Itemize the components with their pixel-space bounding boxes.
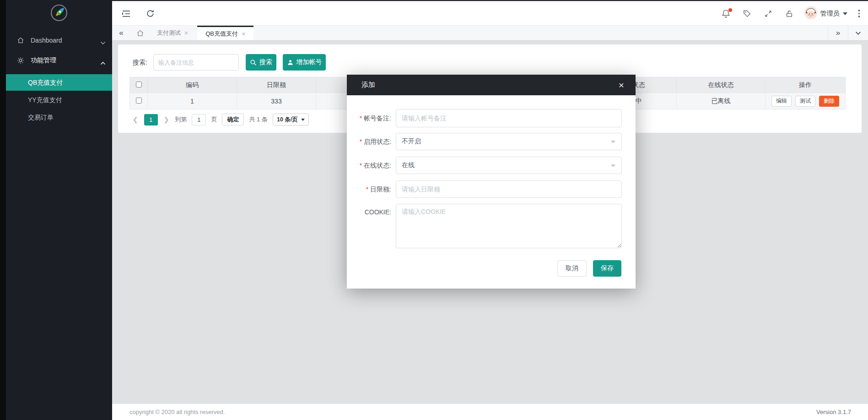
sidebar-item-label: Dashboard [31, 37, 62, 44]
goto-confirm-button[interactable]: 确定 [222, 114, 244, 125]
cell-daily-limit: 333 [237, 93, 316, 109]
sidebar-item-trade-orders[interactable]: 交易订单 [6, 109, 112, 125]
lock-icon[interactable] [783, 8, 795, 20]
online-status-select[interactable]: 在线 [396, 157, 622, 174]
tag-icon[interactable] [741, 8, 753, 20]
tab-label: QB充值支付 [205, 30, 238, 38]
sidebar-edge-strip [0, 0, 6, 420]
field-label: *在线状态: [347, 157, 391, 174]
select-all-checkbox[interactable] [136, 82, 142, 87]
caret-down-icon [843, 12, 847, 15]
enable-status-value: 不开启 [402, 137, 421, 146]
field-label: *启用状态: [347, 133, 391, 150]
tab-bar: « 支付测试 × QB充值支付 × » [112, 26, 868, 41]
screen: Dashboard 功能管理 [0, 0, 868, 420]
search-label: 搜索: [133, 54, 147, 71]
search-button-label: 搜索 [259, 58, 272, 66]
account-note-input[interactable] [396, 109, 622, 127]
field-online-status: *在线状态: 在线 [347, 157, 636, 174]
copyright-text: copyright © 2020 all rights reserved. [129, 404, 225, 420]
field-enable-status: *启用状态: 不开启 [347, 133, 636, 150]
add-account-button-label: 增加帐号 [297, 58, 322, 66]
notification-bell-icon[interactable] [720, 8, 732, 20]
test-button[interactable]: 测试 [795, 96, 815, 107]
goto-prefix: 到第 [175, 115, 187, 124]
add-account-modal: 添加 × *帐号备注: *启用状态: 不开启 *在线状态: 在线 *日限额: [347, 75, 636, 289]
page-number[interactable]: 1 [144, 114, 158, 125]
version-text: Version 3.1.7 [816, 404, 851, 420]
topbar: 管理员 [112, 1, 868, 26]
modal-title: 添加 [361, 81, 375, 89]
home-tab[interactable] [130, 26, 150, 40]
modal-header: 添加 × [347, 75, 636, 95]
field-cookie: COOKIE: [347, 204, 636, 248]
close-icon[interactable]: × [184, 29, 188, 37]
sidebar-item-label: 功能管理 [31, 56, 56, 65]
home-icon [17, 37, 24, 44]
add-account-button[interactable]: 增加帐号 [283, 54, 326, 71]
sidebar-item-function-management[interactable]: 功能管理 [6, 50, 112, 71]
refresh-icon[interactable] [144, 8, 156, 20]
user-menu[interactable]: 管理员 [804, 6, 847, 21]
delete-button[interactable]: 删除 [819, 96, 839, 107]
gear-icon [17, 57, 24, 64]
pagination: ❮ 1 ❯ 到第 页 确定 共 1 条 10 条/页 [132, 114, 309, 125]
search-input[interactable] [153, 54, 239, 71]
app-logo[interactable] [6, 3, 112, 25]
rocket-logo-icon [49, 3, 69, 24]
field-account-note: *帐号备注: [347, 109, 636, 127]
select-arrow-icon [611, 164, 615, 167]
col-online-status: 在线状态 [677, 77, 766, 93]
sidebar-item-yy-recharge[interactable]: YY充值支付 [6, 92, 112, 108]
tab-qb-recharge[interactable]: QB充值支付 × [197, 26, 253, 40]
next-page-icon[interactable]: ❯ [163, 116, 170, 123]
tabs-scroll-left-icon[interactable]: « [112, 26, 130, 40]
tabs-actions-icon[interactable] [848, 26, 868, 40]
field-daily-limit: *日限额: [347, 180, 636, 198]
select-all-cell [130, 77, 148, 93]
goto-suffix: 页 [211, 115, 217, 124]
user-name: 管理员 [820, 10, 840, 18]
col-daily-limit: 日限额 [237, 77, 316, 93]
tabs-scroll-right-icon[interactable]: » [828, 26, 848, 40]
col-code: 编码 [148, 77, 237, 93]
enable-status-select[interactable]: 不开启 [396, 133, 622, 150]
search-icon [250, 59, 257, 66]
sidebar-item-dashboard[interactable]: Dashboard [6, 30, 112, 50]
more-menu-icon[interactable] [857, 8, 862, 19]
sidebar-item-qb-recharge[interactable]: QB充值支付 [6, 74, 112, 91]
page-size-select[interactable]: 10 条/页 [273, 114, 309, 125]
fullscreen-icon[interactable] [762, 8, 774, 20]
field-label: *帐号备注: [347, 109, 391, 127]
required-mark: * [360, 162, 362, 169]
tab-payment-test[interactable]: 支付测试 × [150, 26, 195, 40]
sidebar: Dashboard 功能管理 [0, 0, 112, 420]
tab-label: 支付测试 [157, 29, 181, 37]
prev-page-icon[interactable]: ❮ [132, 116, 139, 123]
menu-fold-icon[interactable] [120, 8, 132, 20]
avatar [804, 6, 817, 21]
cookie-textarea[interactable] [396, 204, 622, 248]
modal-close-icon[interactable]: × [614, 75, 629, 95]
footer: copyright © 2020 all rights reserved. Ve… [112, 404, 868, 420]
home-icon [136, 29, 144, 37]
daily-limit-input[interactable] [396, 180, 622, 198]
search-button[interactable]: 搜索 [246, 54, 276, 71]
field-label: *日限额: [347, 180, 391, 198]
save-button[interactable]: 保存 [593, 260, 621, 277]
cancel-button[interactable]: 取消 [557, 260, 587, 277]
close-icon[interactable]: × [242, 30, 245, 38]
row-checkbox[interactable] [136, 98, 142, 104]
col-actions: 操作 [766, 77, 846, 93]
required-mark: * [366, 185, 368, 193]
tab-spacer [253, 26, 828, 40]
edit-button[interactable]: 编辑 [771, 96, 792, 107]
sidebar-submenu: QB充值支付 YY充值支付 交易订单 [6, 74, 112, 125]
required-mark: * [360, 138, 362, 145]
row-select-cell [130, 93, 148, 109]
cell-online-status: 已离线 [677, 93, 766, 109]
select-arrow-icon [301, 119, 305, 121]
goto-page-input[interactable] [192, 114, 206, 125]
add-user-icon [287, 59, 294, 66]
window-top-edge [0, 0, 868, 1]
